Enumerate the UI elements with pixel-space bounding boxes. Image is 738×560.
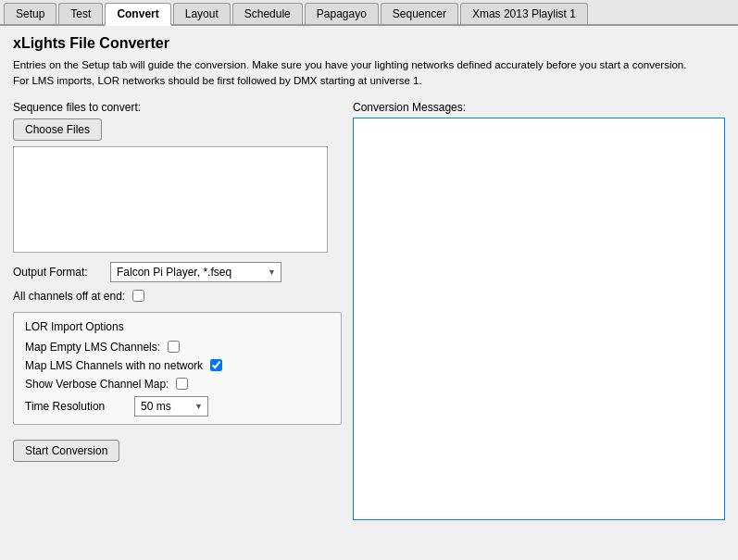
lor-option2-checkbox[interactable] (210, 359, 222, 371)
lor-option2-row: Map LMS Channels with no network (25, 359, 330, 372)
output-format-wrapper: Falcon Pi Player, *.fseq LOR, *.lms Vixe… (110, 262, 281, 282)
page-title: xLights File Converter (13, 35, 725, 52)
all-channels-label: All channels off at end: (13, 290, 125, 303)
tab-bar: Setup Test Convert Layout Schedule Papag… (0, 0, 738, 26)
file-list-area[interactable] (13, 146, 328, 253)
time-resolution-row: Time Resolution 10 ms 25 ms 50 ms 100 ms (25, 396, 330, 417)
lor-option3-label: Show Verbose Channel Map: (25, 378, 169, 391)
start-conversion-section: Start Conversion (13, 440, 342, 462)
choose-files-button[interactable]: Choose Files (13, 118, 102, 141)
tab-papagayo[interactable]: Papagayo (305, 3, 379, 24)
tab-playlist[interactable]: Xmas 2013 Playlist 1 (460, 3, 588, 24)
conversion-messages-label: Conversion Messages: (353, 101, 725, 114)
tab-layout[interactable]: Layout (173, 3, 231, 24)
description-line1: Entries on the Setup tab will guide the … (13, 59, 686, 70)
all-channels-checkbox[interactable] (132, 290, 144, 302)
all-channels-row: All channels off at end: (13, 290, 342, 303)
conversion-messages-area[interactable] (353, 118, 725, 520)
left-panel: Sequence files to convert: Choose Files … (13, 101, 342, 520)
lor-import-options-box: LOR Import Options Map Empty LMS Channel… (13, 312, 342, 425)
output-format-label: Output Format: (13, 266, 101, 279)
tab-sequencer[interactable]: Sequencer (381, 3, 458, 24)
main-content: xLights File Converter Entries on the Se… (0, 26, 738, 558)
sequence-files-label: Sequence files to convert: (13, 101, 342, 114)
lor-option3-row: Show Verbose Channel Map: (25, 378, 330, 391)
tab-test[interactable]: Test (58, 3, 103, 24)
output-format-select[interactable]: Falcon Pi Player, *.fseq LOR, *.lms Vixe… (110, 262, 281, 282)
lor-option1-label: Map Empty LMS Channels: (25, 341, 160, 354)
tab-schedule[interactable]: Schedule (232, 3, 303, 24)
time-resolution-wrapper: 10 ms 25 ms 50 ms 100 ms (134, 396, 208, 417)
two-panel: Sequence files to convert: Choose Files … (13, 101, 725, 520)
tab-setup[interactable]: Setup (4, 3, 56, 24)
right-panel: Conversion Messages: (353, 101, 725, 520)
lor-option2-label: Map LMS Channels with no network (25, 359, 203, 372)
tab-convert[interactable]: Convert (105, 3, 170, 26)
lor-option1-checkbox[interactable] (168, 341, 180, 353)
time-resolution-label: Time Resolution (25, 400, 127, 413)
lor-import-title: LOR Import Options (25, 320, 330, 333)
description-line2: For LMS imports, LOR networks should be … (13, 75, 422, 86)
start-conversion-button[interactable]: Start Conversion (13, 440, 119, 462)
lor-option3-checkbox[interactable] (176, 378, 188, 390)
output-format-row: Output Format: Falcon Pi Player, *.fseq … (13, 262, 342, 282)
description: Entries on the Setup tab will guide the … (13, 57, 725, 90)
time-resolution-select[interactable]: 10 ms 25 ms 50 ms 100 ms (134, 396, 208, 417)
lor-option1-row: Map Empty LMS Channels: (25, 341, 330, 354)
